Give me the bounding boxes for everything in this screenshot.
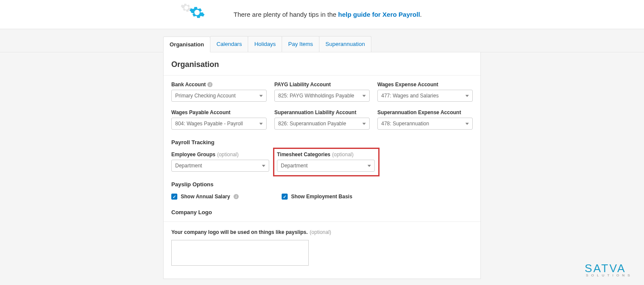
select-value: 804: Wages Payable - Payroll: [175, 121, 243, 127]
show-annual-salary-checkbox[interactable]: ✓: [171, 194, 177, 200]
payslip-options-title: Payslip Options: [171, 181, 473, 188]
company-logo-upload-area[interactable]: [171, 240, 309, 266]
help-guide-link[interactable]: help guide for Xero Payroll: [338, 11, 420, 18]
brand-watermark: SATVA SOLUTIONS: [585, 262, 633, 277]
highlight-box: Timesheet Categories (optional) Departme…: [273, 148, 380, 176]
show-employment-basis-item: ✓ Show Employment Basis: [282, 194, 352, 200]
tab-holidays[interactable]: Holidays: [248, 36, 282, 52]
payg-liability-label: PAYG Liability Account: [274, 82, 370, 88]
timesheet-categories-field-wrapper: Timesheet Categories (optional) Departme…: [277, 152, 375, 172]
checkbox-label: Show Annual Salary: [181, 194, 230, 200]
tab-superannuation[interactable]: Superannuation: [319, 36, 371, 52]
wages-payable-label: Wages Payable Account: [171, 109, 267, 115]
tabbar-container: Organisation Calendars Holidays Pay Item…: [0, 29, 644, 52]
wages-expense-select[interactable]: 477: Wages and Salaries: [377, 90, 473, 102]
select-value: 825: PAYG Withholdings Payable: [278, 93, 354, 99]
help-banner: There are plenty of handy tips in the he…: [0, 0, 644, 29]
company-logo-desc: Your company logo will be used on things…: [171, 228, 473, 236]
wages-payable-select[interactable]: 804: Wages Payable - Payroll: [171, 118, 267, 130]
banner-text: There are plenty of handy tips in the he…: [234, 11, 422, 18]
checkbox-label: Show Employment Basis: [291, 194, 352, 200]
super-expense-label: Superannuation Expense Account: [377, 109, 473, 115]
info-icon[interactable]: i: [207, 82, 213, 87]
gear-icon: [189, 4, 205, 21]
bank-account-field: Bank Account i Primary Checking Account: [171, 82, 267, 102]
super-liability-field: Superannuation Liability Account 826: Su…: [274, 109, 370, 130]
show-employment-basis-checkbox[interactable]: ✓: [282, 194, 288, 200]
divider: [164, 75, 480, 76]
label-text: Bank Account: [171, 82, 206, 88]
select-value: 478: Superannuation: [381, 121, 429, 127]
accounts-row-2: Wages Payable Account 804: Wages Payable…: [171, 109, 473, 130]
payslip-options-row: ✓ Show Annual Salary i ✓ Show Employment…: [171, 194, 473, 200]
label-text: Timesheet Categories: [277, 152, 331, 158]
payroll-tracking-row: Employee Groups (optional) Department Ti…: [171, 152, 473, 172]
select-value: Department: [175, 163, 202, 169]
divider: [164, 221, 480, 222]
banner-text-suffix: .: [420, 11, 422, 18]
wages-payable-field: Wages Payable Account 804: Wages Payable…: [171, 109, 267, 130]
select-value: 477: Wages and Salaries: [381, 93, 439, 99]
select-value: Primary Checking Account: [175, 93, 236, 99]
bank-account-select[interactable]: Primary Checking Account: [171, 90, 267, 102]
info-icon[interactable]: i: [234, 194, 239, 199]
organisation-panel: Organisation Bank Account i Primary Chec…: [163, 52, 481, 279]
logo-desc-text: Your company logo will be used on things…: [171, 229, 308, 235]
payg-liability-select[interactable]: 825: PAYG Withholdings Payable: [274, 90, 370, 102]
optional-text: (optional): [310, 229, 331, 235]
employee-groups-field: Employee Groups (optional) Department: [171, 152, 269, 172]
timesheet-categories-label: Timesheet Categories (optional): [277, 152, 375, 158]
super-expense-select[interactable]: 478: Superannuation: [377, 118, 473, 130]
company-logo-title: Company Logo: [171, 209, 473, 215]
super-liability-label: Superannuation Liability Account: [274, 109, 370, 115]
show-annual-salary-item: ✓ Show Annual Salary i: [171, 194, 239, 200]
banner-text-prefix: There are plenty of handy tips in the: [234, 11, 338, 18]
banner-gears-illustration: [163, 6, 228, 23]
label-text: Employee Groups: [171, 152, 216, 158]
tab-pay-items[interactable]: Pay Items: [282, 36, 319, 52]
page-title: Organisation: [171, 60, 473, 69]
bank-account-label: Bank Account i: [171, 82, 267, 88]
panel-background: Organisation Bank Account i Primary Chec…: [0, 52, 644, 285]
tab-organisation[interactable]: Organisation: [163, 36, 210, 52]
tabbar: Organisation Calendars Holidays Pay Item…: [163, 36, 481, 52]
tab-calendars[interactable]: Calendars: [210, 36, 248, 52]
employee-groups-select[interactable]: Department: [171, 160, 269, 172]
optional-text: (optional): [332, 152, 354, 158]
select-value: Department: [281, 163, 308, 169]
wages-expense-field: Wages Expense Account 477: Wages and Sal…: [377, 82, 473, 102]
super-expense-field: Superannuation Expense Account 478: Supe…: [377, 109, 473, 130]
timesheet-categories-select[interactable]: Department: [277, 160, 375, 172]
optional-text: (optional): [217, 152, 239, 158]
select-value: 826: Superannuation Payable: [278, 121, 346, 127]
payroll-tracking-title: Payroll Tracking: [171, 139, 473, 146]
wages-expense-label: Wages Expense Account: [377, 82, 473, 88]
brand-tagline: SOLUTIONS: [585, 273, 633, 277]
super-liability-select[interactable]: 826: Superannuation Payable: [274, 118, 370, 130]
employee-groups-label: Employee Groups (optional): [171, 152, 269, 158]
accounts-row-1: Bank Account i Primary Checking Account …: [171, 82, 473, 102]
payg-liability-field: PAYG Liability Account 825: PAYG Withhol…: [274, 82, 370, 102]
